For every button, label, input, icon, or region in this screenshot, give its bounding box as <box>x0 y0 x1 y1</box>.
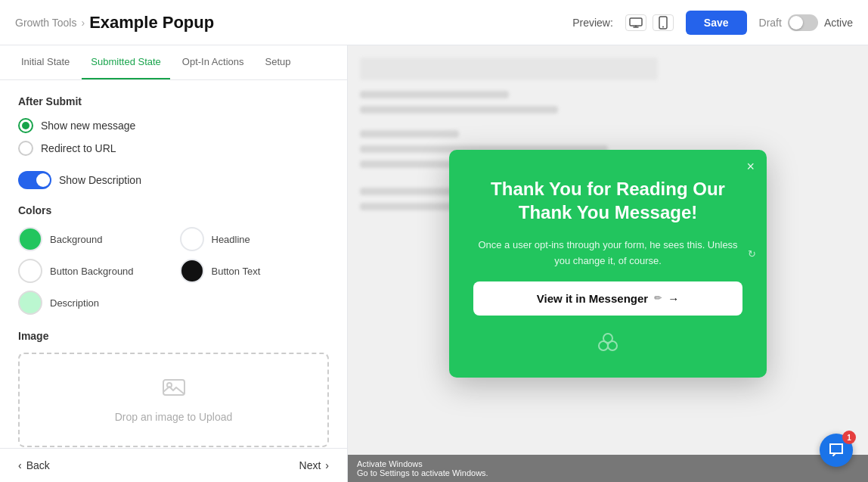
activate-windows-title: Activate Windows <box>357 459 423 468</box>
popup-edit-pencil: ✏ <box>654 293 662 303</box>
description-color-label: Description <box>50 297 99 309</box>
after-submit-options: Show new message Redirect to URL <box>18 118 329 156</box>
radio-show-new-checked <box>18 118 33 133</box>
button-bg-label: Button Background <box>50 266 134 277</box>
chat-button[interactable]: 1 <box>820 434 853 467</box>
draft-toggle: Draft Active <box>759 14 853 31</box>
desktop-preview-icon[interactable] <box>625 14 646 31</box>
back-button[interactable]: ‹ Back <box>18 459 50 471</box>
tab-bar: Initial State Submitted State Opt-In Act… <box>0 45 347 80</box>
image-upload-box[interactable]: Drop an image to Upload <box>18 353 329 447</box>
popup-description: Once a user opt-ins through your form, h… <box>473 238 742 269</box>
button-bg-swatch <box>18 259 42 283</box>
breadcrumb-separator: › <box>81 17 85 29</box>
preview-icons <box>625 14 674 31</box>
tab-submitted-state[interactable]: Submitted State <box>82 45 170 79</box>
chat-badge: 1 <box>842 431 856 444</box>
image-section: Image Drop an image to Upload <box>18 330 329 447</box>
popup-refresh-icon[interactable]: ↻ <box>748 248 756 260</box>
show-description-toggle[interactable] <box>18 171 51 189</box>
show-description-row: Show Description <box>18 171 329 189</box>
background-swatch <box>18 227 42 251</box>
color-item-button-bg[interactable]: Button Background <box>18 259 168 283</box>
popup-button-wrapper: View it in Messenger ✏ → <box>473 281 742 316</box>
popup-modal: × Thank You for Reading Our Thank You Me… <box>449 150 767 378</box>
activate-windows-desc: Go to Settings to activate Windows. <box>357 468 488 477</box>
radio-show-new-message[interactable]: Show new message <box>18 118 329 133</box>
next-label: Next <box>299 459 321 471</box>
active-toggle[interactable] <box>788 14 818 31</box>
color-item-description[interactable]: Description <box>18 291 168 315</box>
headline-color-label: Headline <box>212 234 250 245</box>
blur-line-1 <box>360 91 509 98</box>
page-title: Example Popup <box>89 13 214 33</box>
popup-title: Thank You for Reading Our Thank You Mess… <box>473 177 742 224</box>
popup-button-label: View it in Messenger <box>537 292 648 305</box>
panel-bottom-nav: ‹ Back Next › <box>0 448 347 482</box>
color-item-background[interactable]: Background <box>18 227 168 251</box>
back-chevron-icon: ‹ <box>18 459 22 471</box>
tab-optin-actions[interactable]: Opt-In Actions <box>173 45 253 79</box>
svg-rect-3 <box>163 380 184 395</box>
preview-label: Preview: <box>572 17 613 29</box>
upload-icon <box>162 377 186 403</box>
radio-inner <box>22 122 29 129</box>
radio-redirect-label: Redirect to URL <box>41 142 116 154</box>
color-item-button-text[interactable]: Button Text <box>180 259 330 283</box>
save-button[interactable]: Save <box>686 11 747 35</box>
radio-show-new-label: Show new message <box>41 120 135 132</box>
tab-initial-state[interactable]: Initial State <box>12 45 79 79</box>
next-chevron-icon: › <box>325 459 329 471</box>
popup-button-arrow: → <box>668 292 679 305</box>
radio-redirect-url[interactable]: Redirect to URL <box>18 141 329 156</box>
back-label: Back <box>26 459 50 471</box>
color-item-headline[interactable]: Headline <box>180 227 330 251</box>
breadcrumb-nav: Growth Tools › Example Popup <box>15 13 214 33</box>
svg-rect-0 <box>630 18 642 26</box>
next-button[interactable]: Next › <box>299 459 329 471</box>
radio-redirect-outer <box>18 141 33 156</box>
headline-swatch <box>180 227 204 251</box>
left-panel: Initial State Submitted State Opt-In Act… <box>0 45 348 482</box>
image-label: Image <box>18 330 329 342</box>
toggle-thumb <box>789 16 803 30</box>
blur-line-3 <box>360 130 459 138</box>
draft-label: Draft <box>759 17 782 29</box>
panel-content: After Submit Show new message Redirect t… <box>0 80 347 448</box>
svg-point-2 <box>662 26 664 27</box>
app-header: Growth Tools › Example Popup Preview: Sa… <box>0 0 868 45</box>
right-preview-panel: × Thank You for Reading Our Thank You Me… <box>348 45 868 482</box>
activate-windows-banner: Activate Windows Go to Settings to activ… <box>348 455 868 482</box>
tab-setup[interactable]: Setup <box>256 45 299 79</box>
popup-close-button[interactable]: × <box>746 159 755 175</box>
button-text-label: Button Text <box>212 266 261 277</box>
colors-label: Colors <box>18 204 329 216</box>
description-swatch <box>18 291 42 315</box>
blur-heading <box>360 58 658 80</box>
after-submit-label: After Submit <box>18 95 329 107</box>
header-actions: Preview: Save Draft Active <box>572 11 853 35</box>
breadcrumb-link[interactable]: Growth Tools <box>15 17 76 29</box>
blur-line-2 <box>360 106 558 114</box>
active-label: Active <box>824 17 853 29</box>
background-color-label: Background <box>50 234 102 245</box>
button-text-swatch <box>180 259 204 283</box>
toggle-slider <box>18 171 51 189</box>
popup-messenger-button[interactable]: View it in Messenger ✏ → <box>473 281 742 316</box>
main-layout: Initial State Submitted State Opt-In Act… <box>0 45 868 482</box>
colors-section: Colors Background Headline Button Backgr… <box>18 204 329 315</box>
color-grid: Background Headline Button Background Bu… <box>18 227 329 315</box>
popup-logo <box>473 328 742 355</box>
upload-text: Drop an image to Upload <box>115 411 233 423</box>
mobile-preview-icon[interactable] <box>653 14 674 31</box>
svg-point-7 <box>603 334 612 343</box>
show-description-label: Show Description <box>59 174 141 186</box>
